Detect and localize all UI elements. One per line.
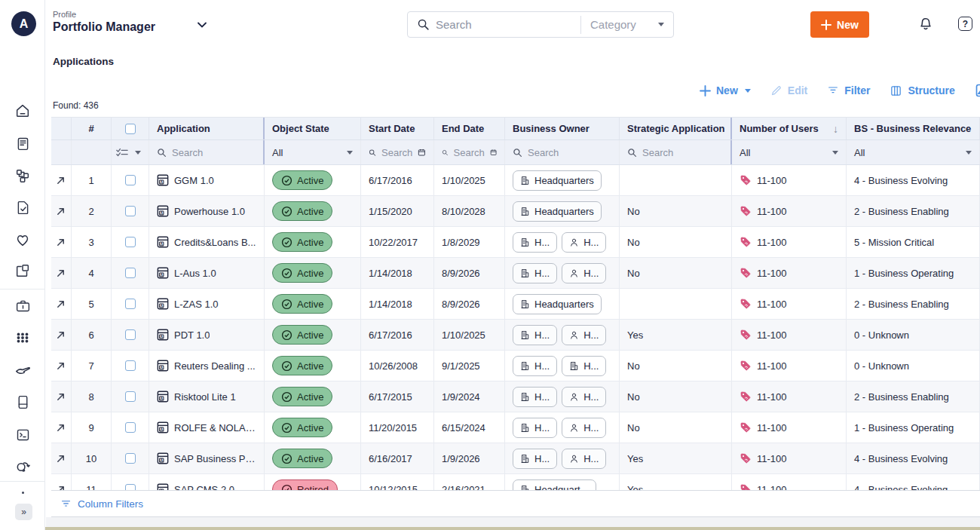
owner-chip[interactable]: H... [562, 263, 606, 283]
application-name[interactable]: SAP Business Pa... [174, 453, 256, 464]
row-checkbox[interactable] [125, 453, 136, 464]
row-checkbox[interactable] [125, 268, 136, 278]
owner-chip[interactable]: H... [513, 418, 557, 438]
profile-chevron-down-icon[interactable] [196, 19, 208, 31]
header-business-owner[interactable]: Business Owner [505, 118, 620, 139]
header-start-date[interactable]: Start Date [361, 118, 434, 139]
owner-chip[interactable]: Headquart... [513, 479, 596, 491]
sort-desc-icon[interactable]: ↓ [833, 123, 838, 135]
filter-number-of-users[interactable]: All [730, 140, 847, 164]
toolbar-edit-button[interactable]: Edit [770, 84, 807, 97]
application-name[interactable]: Powerhouse 1.0 [174, 206, 245, 217]
application-name[interactable]: ROLFE & NOLAN... [174, 422, 256, 433]
header-strategic-application[interactable]: Strategic Application [620, 118, 732, 139]
row-checkbox[interactable] [125, 237, 136, 247]
open-row-icon[interactable] [56, 207, 66, 216]
row-checkbox[interactable] [125, 299, 136, 309]
filter-start-date[interactable]: Search [361, 140, 434, 164]
owner-chip[interactable]: Headquarters [513, 170, 602, 191]
owner-chip[interactable]: H... [513, 387, 557, 407]
header-bs-business-relevance[interactable]: BS - Business Relevance [847, 118, 980, 139]
header-end-date[interactable]: End Date [434, 118, 505, 139]
column-filters-button[interactable]: Column Filters [60, 498, 143, 510]
category-select[interactable]: Category [581, 18, 673, 31]
application-name[interactable]: SAP CMS 2.0 [174, 484, 234, 491]
sidebar-item-apps[interactable] [0, 329, 45, 347]
open-row-icon[interactable] [56, 299, 66, 309]
sidebar-item-engagement[interactable] [0, 361, 45, 379]
filter-bs-business-relevance[interactable]: All [847, 140, 980, 164]
sidebar-item-favorites[interactable] [0, 231, 45, 249]
sidebar-item-reports[interactable] [0, 134, 45, 152]
row-checkbox[interactable] [125, 360, 136, 371]
open-row-icon[interactable] [56, 392, 66, 402]
sidebar-item-home[interactable] [0, 102, 45, 120]
toolbar-image-button[interactable] [975, 83, 980, 98]
sidebar-item-library[interactable] [0, 393, 45, 411]
owner-chip[interactable]: H... [562, 449, 606, 469]
filter-strategic-application[interactable]: Search [620, 140, 732, 164]
sidebar-item-fact-sheets[interactable] [0, 198, 45, 216]
open-row-icon[interactable] [56, 423, 66, 433]
toolbar-filter-button[interactable]: Filter [827, 84, 870, 97]
owner-chip-label: H... [534, 329, 550, 341]
select-all-checkbox[interactable] [125, 124, 136, 134]
sidebar-item-sync[interactable] [0, 457, 45, 475]
owner-chip[interactable]: H... [513, 449, 557, 469]
owner-chip[interactable]: Headquarters [513, 201, 602, 222]
owner-chip[interactable]: H... [562, 232, 606, 253]
sidebar-item-inventory[interactable] [0, 167, 45, 185]
bell-icon[interactable] [917, 16, 934, 32]
owner-chip[interactable]: H... [562, 325, 606, 345]
search-input[interactable] [436, 18, 579, 31]
application-name[interactable]: L-Aus 1.0 [174, 268, 216, 279]
owner-chip[interactable]: H... [562, 387, 606, 407]
row-checkbox[interactable] [125, 175, 136, 185]
row-checkbox[interactable] [125, 329, 136, 340]
owner-chip[interactable]: H... [562, 356, 606, 376]
calendar-icon[interactable] [418, 147, 426, 158]
owner-chip[interactable]: H... [562, 418, 606, 438]
sidebar-item-diagrams[interactable] [0, 262, 45, 280]
open-row-icon[interactable] [56, 268, 66, 278]
row-checkbox[interactable] [125, 206, 136, 216]
toolbar-structure-button[interactable]: Structure [890, 84, 954, 97]
application-name[interactable]: PDT 1.0 [174, 329, 210, 341]
toolbar-new-button[interactable]: New [700, 84, 751, 97]
help-icon[interactable]: ? [958, 17, 972, 31]
open-row-icon[interactable] [56, 361, 66, 371]
expand-sidebar-button[interactable]: » [15, 504, 32, 520]
owner-chip[interactable]: H... [513, 232, 557, 253]
header-application[interactable]: Application [149, 118, 265, 139]
filter-application[interactable]: Search [149, 140, 265, 164]
new-button[interactable]: New [810, 11, 869, 38]
owner-chip[interactable]: Headquarters [513, 294, 602, 314]
open-row-icon[interactable] [56, 176, 66, 185]
filter-end-date[interactable]: Search [434, 140, 505, 164]
row-checkbox[interactable] [125, 484, 136, 490]
row-checkbox[interactable] [125, 422, 136, 433]
owner-chip[interactable]: H... [513, 356, 557, 376]
application-name[interactable]: Risktool Lite 1 [174, 391, 236, 403]
owner-chip[interactable]: H... [513, 325, 557, 345]
open-row-icon[interactable] [56, 485, 66, 491]
open-row-icon[interactable] [56, 454, 66, 464]
selection-filter[interactable] [112, 140, 149, 164]
application-name[interactable]: Reuters Dealing ... [174, 360, 256, 372]
workspace-avatar[interactable]: A [11, 11, 36, 36]
application-name[interactable]: L-ZAS 1.0 [174, 299, 219, 310]
row-checkbox[interactable] [125, 391, 136, 402]
open-row-icon[interactable] [56, 330, 66, 340]
owner-chip[interactable]: H... [513, 263, 557, 283]
sidebar-item-business[interactable] [0, 296, 45, 314]
filter-object-state[interactable]: All [263, 140, 361, 164]
application-name[interactable]: GGM 1.0 [174, 175, 214, 186]
application-name[interactable]: Credits&Loans B... [174, 237, 256, 248]
profile-name[interactable]: Portfolio Manager [53, 20, 155, 34]
header-number-of-users[interactable]: Number of Users↓ [730, 118, 847, 139]
filter-business-owner[interactable]: Search [505, 140, 620, 164]
calendar-icon[interactable] [490, 147, 497, 158]
header-object-state[interactable]: Object State [263, 118, 361, 139]
sidebar-item-console[interactable] [0, 425, 45, 443]
open-row-icon[interactable] [56, 237, 66, 247]
